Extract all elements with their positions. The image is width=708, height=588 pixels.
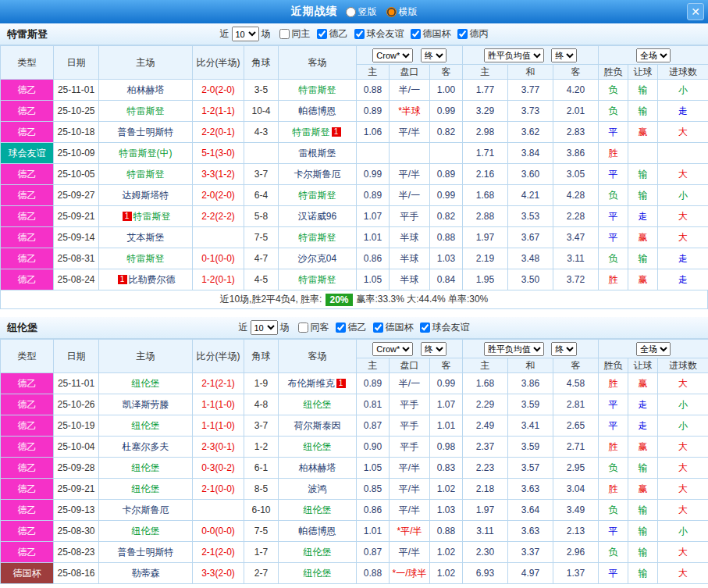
team-link[interactable]: 波鸿	[308, 483, 327, 494]
layout-radio-vertical-input[interactable]	[346, 7, 356, 17]
league-filter-checkbox[interactable]	[411, 29, 421, 39]
league-cell: 德乙	[1, 185, 54, 206]
odds-line-cell: 平/半	[390, 164, 430, 185]
team-link[interactable]: 普鲁士明斯特	[118, 127, 174, 137]
team-link[interactable]: 特雷斯登	[127, 105, 165, 116]
scope-select[interactable]: 全场	[636, 48, 671, 62]
team-link[interactable]: 特雷斯登	[299, 232, 336, 243]
team-link[interactable]: 纽伦堡	[132, 462, 160, 473]
league-filter[interactable]: 德丙	[457, 27, 489, 41]
layout-radio-vertical[interactable]: 竖版	[346, 5, 377, 19]
team-link[interactable]: 特雷斯登	[127, 253, 165, 264]
league-filter-checkbox[interactable]	[420, 323, 430, 333]
odds-final-select[interactable]: 终	[421, 342, 447, 356]
league-filters: 同客德乙德国杯球会友谊	[292, 321, 470, 334]
odds-line-cell: 半球	[390, 227, 430, 248]
avg-home-cell: 2.30	[463, 542, 508, 563]
team-link[interactable]: 纽伦堡	[304, 441, 332, 452]
league-filter-checkbox[interactable]	[373, 323, 383, 333]
team-link[interactable]: 达姆斯塔特	[123, 190, 169, 201]
team-link[interactable]: 凯泽斯劳滕	[123, 399, 169, 410]
close-button[interactable]: ✕	[687, 3, 704, 20]
match-row: 德乙25-10-05特雷斯登3-3(1-2)3-7卡尔斯鲁厄0.99平/半0.8…	[1, 164, 708, 185]
odds-source-select[interactable]: Crow*	[372, 342, 413, 356]
league-filter[interactable]: 德乙	[336, 321, 367, 334]
team-link[interactable]: 纽伦堡	[132, 483, 160, 494]
match-count-select[interactable]: 10	[232, 27, 259, 41]
team-link[interactable]: 勒蒂森	[132, 568, 160, 579]
avg-final-select[interactable]: 终	[551, 342, 577, 356]
handicap-result-cell: 输	[628, 185, 658, 206]
league-filter-checkbox[interactable]	[354, 29, 365, 39]
team-link[interactable]: 帕德博恩	[299, 105, 336, 116]
league-filter[interactable]: 同客	[298, 321, 329, 334]
odds-line-cell: 半球	[390, 248, 430, 269]
team-link[interactable]: 纽伦堡	[132, 420, 160, 431]
avg-source-select[interactable]: 胜平负均值	[484, 48, 544, 62]
team-link[interactable]: 特雷斯登	[133, 211, 171, 222]
team-link[interactable]: 特雷斯登	[299, 190, 336, 201]
team-link[interactable]: 柏林赫塔	[299, 462, 336, 473]
team-link[interactable]: 特雷斯登	[299, 84, 336, 95]
odds-source-select[interactable]: Crow*	[372, 48, 413, 62]
team-link[interactable]: 柏林赫塔	[127, 84, 165, 95]
team-link[interactable]: 纽伦堡	[304, 547, 332, 558]
avg-final-select[interactable]: 终	[551, 48, 577, 62]
avg-away-cell: 2.13	[553, 521, 599, 542]
team-link[interactable]: 杜塞尔多夫	[123, 441, 169, 452]
odds-line-cell: 半球	[390, 269, 430, 290]
result-cell: 胜	[599, 143, 628, 164]
team-link[interactable]: 纽伦堡	[304, 504, 332, 515]
team-link[interactable]: 特雷斯登(中)	[119, 148, 173, 159]
avg-source-select[interactable]: 胜平负均值	[484, 342, 544, 356]
layout-radio-horizontal[interactable]: 横版	[386, 5, 418, 19]
team-link[interactable]: 纽伦堡	[304, 568, 332, 579]
result-cell: 平	[599, 206, 628, 227]
league-filter-checkbox[interactable]	[457, 29, 468, 39]
match-count-select[interactable]: 10	[251, 320, 278, 335]
league-filter[interactable]: 同主	[279, 27, 311, 41]
layout-radio-horizontal-input[interactable]	[386, 7, 397, 17]
team-link[interactable]: 纽伦堡	[132, 378, 160, 389]
league-filter-checkbox[interactable]	[336, 323, 346, 333]
odds-final-select[interactable]: 终	[421, 48, 447, 62]
team-link[interactable]: 艾本斯堡	[127, 232, 165, 243]
away-team-cell: 纽伦堡	[279, 542, 357, 563]
league-filter-checkbox[interactable]	[279, 29, 290, 39]
odds-away-cell: 0.88	[430, 227, 463, 248]
scope-select[interactable]: 全场	[636, 342, 671, 356]
team-link[interactable]: 特雷斯登	[127, 169, 165, 180]
league-filter[interactable]: 德乙	[317, 27, 348, 41]
team-link[interactable]: 沙尔克04	[298, 253, 336, 264]
match-row: 德乙25-10-19纽伦堡1-1(1-0)3-7荷尔斯泰因0.87平手1.012…	[1, 415, 708, 437]
layout-radio-group: 竖版横版	[346, 5, 418, 19]
league-filter[interactable]: 球会友谊	[354, 27, 404, 41]
handicap-result-cell: 输	[628, 101, 658, 122]
team-link[interactable]: 布伦斯维克	[288, 378, 335, 389]
team-section-nurnberg: 纽伦堡 近 10 场 同客德乙德国杯球会友谊 类型 日期 主场 比分(半场) 角…	[0, 317, 708, 584]
team-link[interactable]: 帕德博恩	[299, 526, 336, 536]
match-row: 德乙25-09-14艾本斯堡7-5特雷斯登1.01半球0.881.973.673…	[1, 227, 708, 248]
team-link[interactable]: 纽伦堡	[304, 399, 332, 410]
corners-cell: 4-5	[244, 269, 279, 290]
team-link[interactable]: 卡尔斯鲁厄	[294, 169, 341, 180]
team-link[interactable]: 比勒费尔德	[129, 274, 176, 285]
league-filter-checkbox[interactable]	[317, 29, 327, 39]
goals-cell: 大	[658, 437, 708, 458]
team-link[interactable]: 纽伦堡	[132, 526, 160, 536]
team-link[interactable]: 特雷斯登	[299, 274, 336, 285]
league-filter[interactable]: 德国杯	[373, 321, 414, 334]
avg-home-cell: 2.19	[463, 248, 508, 269]
team-link[interactable]: 汉诺威96	[298, 211, 336, 222]
away-team-cell: 纽伦堡	[279, 437, 357, 458]
league-filter-checkbox[interactable]	[298, 323, 308, 333]
team-link[interactable]: 普鲁士明斯特	[118, 547, 174, 558]
team-link[interactable]: 雷根斯堡	[299, 148, 336, 159]
league-filter[interactable]: 球会友谊	[420, 321, 470, 334]
handicap-result-cell: 输	[628, 563, 658, 584]
league-filter[interactable]: 德国杯	[411, 27, 451, 41]
team-link[interactable]: 特雷斯登	[293, 127, 330, 137]
team-link[interactable]: 荷尔斯泰因	[294, 420, 341, 431]
team-link[interactable]: 卡尔斯鲁厄	[123, 504, 169, 515]
handicap-result-cell: 走	[628, 206, 658, 227]
